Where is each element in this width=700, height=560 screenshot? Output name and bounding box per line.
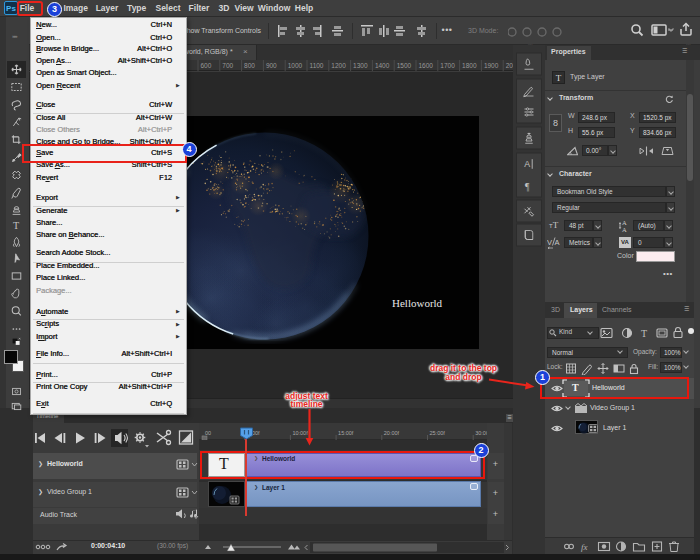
svg-text:1600: 1600: [419, 62, 434, 69]
svg-text:A: A: [622, 226, 627, 233]
svg-text:1700: 1700: [440, 62, 455, 69]
svg-text:700: 700: [222, 62, 233, 69]
svg-text:1500: 1500: [397, 62, 412, 69]
svg-text:1900: 1900: [484, 62, 499, 69]
svg-text:30:00f: 30:00f: [475, 430, 487, 436]
svg-text:A: A: [524, 159, 530, 169]
svg-text:800: 800: [244, 62, 255, 69]
svg-text:1200: 1200: [331, 62, 346, 69]
svg-text:¶: ¶: [525, 181, 530, 192]
svg-text:fx: fx: [581, 542, 588, 552]
svg-text:1800: 1800: [462, 62, 477, 69]
svg-text:2000: 2000: [506, 62, 513, 69]
svg-text:20:00f: 20:00f: [384, 430, 400, 436]
svg-text:1400: 1400: [375, 62, 390, 69]
svg-text:1000: 1000: [288, 62, 303, 69]
svg-text:900: 900: [266, 62, 277, 69]
svg-text:T: T: [641, 328, 647, 339]
svg-text:A: A: [555, 238, 560, 247]
svg-text:600: 600: [201, 62, 212, 69]
svg-text:15:00f: 15:00f: [338, 430, 354, 436]
svg-text:T: T: [13, 220, 20, 231]
svg-text:25:00f: 25:00f: [430, 430, 446, 436]
svg-text:1100: 1100: [310, 62, 324, 69]
svg-text:00: 00: [205, 430, 211, 436]
svg-text:V: V: [547, 238, 552, 247]
svg-text:1300: 1300: [353, 62, 368, 69]
